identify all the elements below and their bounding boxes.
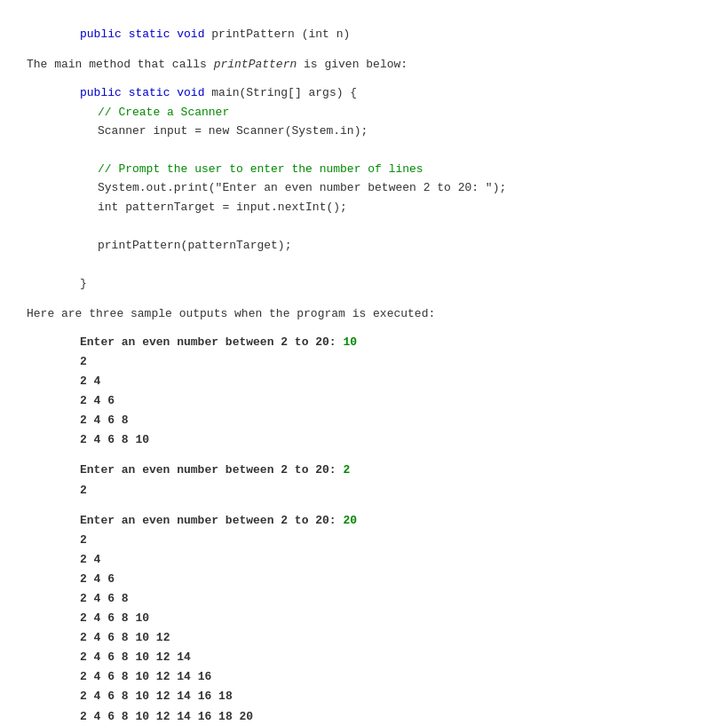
s3-bold-10: 10 — [135, 611, 149, 625]
main-code-block: public static void main(String[] args) {… — [80, 83, 701, 293]
sample3-prompt-line: Enter an even number between 2 to 20: 20 — [80, 511, 701, 531]
sample1-bold-10: 10 — [135, 433, 149, 446]
sample3-line10: 2 4 6 8 10 12 14 16 18 20 — [80, 707, 701, 725]
code-line-5: System.out.print("Enter an even number b… — [98, 178, 701, 197]
sample3-block: Enter an even number between 2 to 20: 20… — [80, 511, 701, 725]
sample1-line3: 2 4 6 — [80, 391, 701, 411]
page-content: public static void printPattern (int n) … — [27, 25, 701, 725]
prose1-text: The main method that calls — [27, 58, 214, 71]
code-line-1: public static void main(String[] args) { — [80, 83, 701, 102]
s3-bold-10f: 10 — [135, 710, 149, 723]
method-signature-line: public static void printPattern (int n) — [80, 25, 701, 43]
sample2-prompt-line: Enter an even number between 2 to 20: 2 — [80, 461, 701, 480]
sample3-line5: 2 4 6 8 10 — [80, 609, 701, 628]
prose2: Here are three sample outputs when the p… — [27, 305, 701, 324]
s3-bold-20: 20 — [240, 710, 254, 723]
sample3-line4: 2 4 6 8 — [80, 589, 701, 609]
prose1-italic: printPattern — [214, 58, 297, 71]
s3-bold-14: 14 — [177, 650, 191, 664]
s3-bold-18b: 18 — [218, 710, 233, 723]
sample3-line7: 2 4 6 8 10 12 14 — [80, 648, 701, 667]
main-sig: main(String[] args) { — [211, 86, 357, 99]
code-line-7: printPattern(patternTarget); — [98, 236, 701, 255]
kw-void2: void — [177, 86, 204, 99]
s3-bold-14b: 14 — [177, 670, 191, 683]
sample1-block: Enter an even number between 2 to 20: 10… — [80, 333, 701, 451]
code-line-6: int patternTarget = input.nextInt(); — [98, 198, 701, 217]
prose1-rest: is given below: — [297, 58, 408, 71]
method-name: printPattern (int n) — [211, 28, 350, 41]
sample3-line6: 2 4 6 8 10 12 — [80, 628, 701, 648]
sample3-line9: 2 4 6 8 10 12 14 16 18 — [80, 687, 701, 706]
sample1-line1: 2 — [80, 352, 701, 372]
sample1-line5: 2 4 6 8 10 — [80, 430, 701, 450]
comment2: // Prompt the user to enter the number o… — [98, 162, 423, 176]
sample3-line1: 2 — [80, 531, 701, 550]
sample3-line2: 2 4 — [80, 550, 701, 570]
prose1: The main method that calls printPattern … — [27, 56, 701, 75]
s3-bold-12: 12 — [156, 631, 170, 644]
s3-bold-12c: 12 — [156, 670, 170, 683]
code-line-2: // Create a Scanner — [98, 103, 701, 122]
kw-public2: public — [80, 86, 122, 99]
s3-bold-16b: 16 — [198, 690, 212, 703]
code-line-3: Scanner input = new Scanner(System.in); — [98, 122, 701, 140]
sample2-block: Enter an even number between 2 to 20: 2 … — [80, 461, 701, 500]
s3-bold-16: 16 — [198, 670, 212, 683]
s3-bold-14c: 14 — [177, 690, 191, 703]
code-line-blank3 — [80, 255, 701, 273]
sample3-line3: 2 4 6 — [80, 570, 701, 589]
comment1: // Create a Scanner — [98, 106, 229, 119]
sample3-prompt-text: Enter an even number between 2 to 20: — [80, 514, 343, 527]
sample1-line4: 2 4 6 8 — [80, 411, 701, 430]
s3-bold-10c: 10 — [135, 650, 149, 664]
sample1-line2: 2 4 — [80, 372, 701, 391]
sample3-line8: 2 4 6 8 10 12 14 16 — [80, 667, 701, 687]
s3-bold-12b: 12 — [156, 650, 170, 664]
s3-bold-10b: 10 — [135, 631, 149, 644]
s3-bold-14d: 14 — [177, 710, 191, 723]
kw-public: public — [80, 28, 122, 41]
code-line-4: // Prompt the user to enter the number o… — [98, 160, 701, 178]
sample2-value: 2 — [343, 463, 350, 477]
sample3-value: 20 — [343, 514, 357, 527]
s3-bold-12d: 12 — [156, 690, 170, 703]
sample1-value: 10 — [343, 335, 357, 349]
code-line-8: } — [80, 274, 701, 293]
s3-bold-10e: 10 — [135, 690, 149, 703]
s3-bold-12e: 12 — [156, 710, 170, 723]
sample2-prompt-text: Enter an even number between 2 to 20: — [80, 463, 343, 477]
s3-bold-10d: 10 — [135, 670, 149, 683]
prose2-text: Here are three sample outputs when the p… — [27, 307, 435, 320]
s3-bold-18: 18 — [218, 690, 233, 703]
sample2-line1: 2 — [80, 481, 701, 500]
kw-static2: static — [129, 86, 170, 99]
sample1-prompt-line: Enter an even number between 2 to 20: 10 — [80, 333, 701, 352]
method-signature-block: public static void printPattern (int n) — [80, 25, 701, 43]
code-line-blank1 — [80, 141, 701, 160]
kw-void: void — [177, 28, 204, 41]
code-line-blank2 — [80, 217, 701, 235]
s3-bold-16c: 16 — [198, 710, 212, 723]
kw-static-text: static — [129, 28, 170, 41]
sample1-prompt-text: Enter an even number between 2 to 20: — [80, 335, 343, 349]
